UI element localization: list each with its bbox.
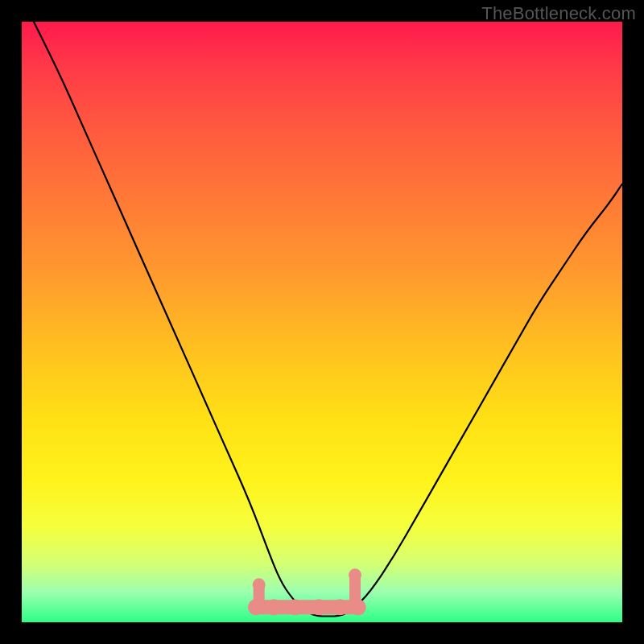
svg-point-4 <box>332 599 348 615</box>
bottleneck-curve <box>34 22 622 617</box>
svg-point-2 <box>287 599 303 615</box>
svg-point-7 <box>349 568 361 581</box>
svg-point-3 <box>311 599 327 615</box>
optimal-range-marker <box>248 568 366 615</box>
curve-layer <box>22 22 622 622</box>
plot-area <box>22 22 622 622</box>
svg-point-6 <box>253 578 266 591</box>
svg-point-1 <box>266 599 282 615</box>
chart-frame: TheBottleneck.com <box>0 0 644 644</box>
